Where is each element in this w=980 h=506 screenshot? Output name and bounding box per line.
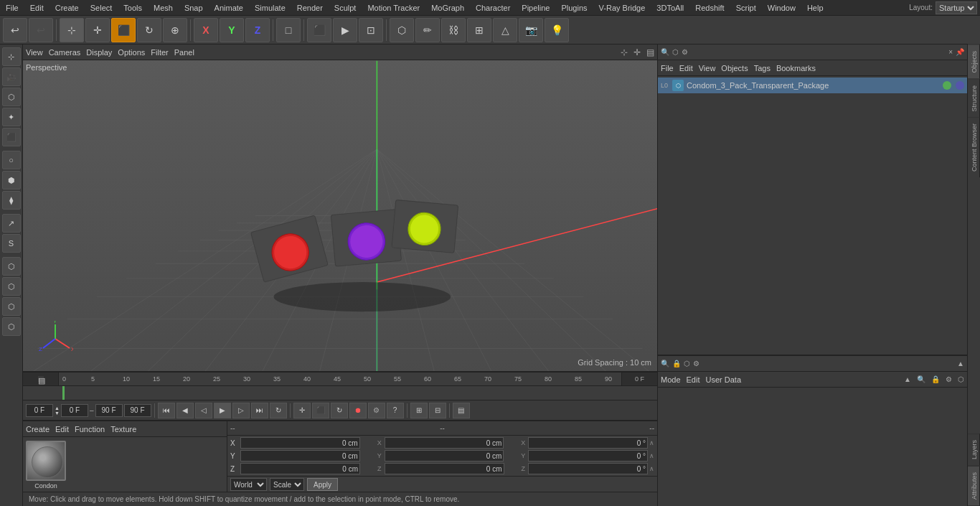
timeline-ruler[interactable]: ▤ 0 5 10 15 20 25 30 35 40 45: [23, 372, 657, 386]
pen-button[interactable]: ✏: [415, 18, 440, 42]
key-all-button[interactable]: ?: [387, 403, 404, 418]
y-rot-input[interactable]: [528, 450, 648, 462]
viewport-filter-menu[interactable]: Filter: [151, 48, 168, 57]
y-rot-spin2[interactable]: ∧: [649, 452, 654, 459]
x-axis-button[interactable]: X: [194, 18, 218, 42]
render-region-button[interactable]: ⬛: [307, 18, 331, 42]
viewport-cameras-menu[interactable]: Cameras: [49, 48, 81, 57]
frame-end-input[interactable]: [95, 404, 123, 417]
mode-btn-14[interactable]: ⬡: [2, 317, 21, 336]
play-button[interactable]: ▶: [214, 403, 231, 418]
frame-spin-up[interactable]: ▲: [55, 406, 60, 411]
viewport-icon-1[interactable]: ⊹: [621, 47, 628, 57]
obj-bookmarks-menu[interactable]: Bookmarks: [776, 64, 816, 72]
mat-texture-menu[interactable]: Texture: [110, 425, 136, 434]
menu-pipeline[interactable]: Pipeline: [516, 2, 555, 14]
mode-btn-8[interactable]: ⧫: [2, 191, 21, 210]
auto-key-button[interactable]: ⚙: [368, 403, 385, 418]
viewport-icon-2[interactable]: ✛: [633, 47, 641, 57]
close-icon[interactable]: ×: [948, 48, 953, 56]
viewport-canvas[interactable]: Perspective Grid Spacing : 10 cm X Y Z: [23, 60, 657, 371]
x-rot-input[interactable]: [528, 437, 648, 449]
apply-button[interactable]: Apply: [307, 478, 338, 491]
menu-create[interactable]: Create: [50, 2, 85, 14]
render-picture-button[interactable]: ▶: [333, 18, 357, 42]
tab-structure[interactable]: Structure: [968, 79, 980, 118]
menu-mograph[interactable]: MoGraph: [425, 2, 470, 14]
mode-btn-7[interactable]: ⬢: [2, 171, 21, 189]
mode-btn-13[interactable]: ⬡: [2, 297, 21, 316]
frame-current-input[interactable]: [26, 404, 53, 417]
light-button[interactable]: 💡: [545, 18, 569, 42]
tab-layers[interactable]: Layers: [968, 434, 980, 466]
x-size-input[interactable]: [385, 437, 504, 449]
z-rot-spin[interactable]: Z: [522, 465, 526, 472]
x-rot-spin2[interactable]: ∧: [649, 439, 654, 446]
tab-attributes[interactable]: Attributes: [968, 466, 980, 506]
menu-redshift[interactable]: Redshift: [689, 2, 730, 14]
obj-render-dot[interactable]: [956, 81, 964, 90]
attr-user-data-menu[interactable]: User Data: [706, 375, 742, 384]
viewport-options-menu[interactable]: Options: [118, 48, 145, 57]
prev-key-button[interactable]: ◁: [195, 403, 212, 418]
menu-character[interactable]: Character: [470, 2, 516, 14]
viewport-icon-3[interactable]: ▤: [646, 47, 654, 57]
menu-mesh[interactable]: Mesh: [148, 2, 179, 14]
attr-toolbar-icon-3[interactable]: 🔒: [931, 375, 940, 383]
loop-button[interactable]: ↻: [270, 403, 287, 418]
redo-button[interactable]: ↩: [29, 18, 53, 42]
mat-function-menu[interactable]: Function: [75, 425, 105, 434]
viewport-panel-menu[interactable]: Panel: [174, 48, 194, 57]
chain-button[interactable]: ⛓: [441, 18, 466, 42]
tab-objects[interactable]: Objects: [968, 44, 980, 79]
menu-simulate[interactable]: Simulate: [249, 2, 291, 14]
rotate-button[interactable]: ↻: [137, 18, 161, 42]
menu-snap[interactable]: Snap: [179, 2, 209, 14]
record-button[interactable]: ⏺: [349, 403, 367, 418]
object-row-1[interactable]: L0 ⬡ Condom_3_Pack_Transparent_Package: [658, 78, 967, 93]
attr-mode-menu[interactable]: Mode: [661, 375, 681, 384]
obj-objects-menu[interactable]: Objects: [721, 64, 748, 72]
mode-btn-2[interactable]: 🎥: [2, 67, 21, 86]
menu-plugins[interactable]: Plugins: [555, 2, 593, 14]
pin-icon[interactable]: 📌: [956, 48, 964, 56]
menu-render[interactable]: Render: [291, 2, 329, 14]
object-mode-button[interactable]: □: [276, 18, 301, 42]
mode-btn-9[interactable]: ↗: [2, 214, 21, 233]
tab-content-browser[interactable]: Content Browser: [968, 117, 980, 177]
render-active-button[interactable]: ⊡: [359, 18, 383, 42]
material-item-1[interactable]: Condon: [26, 441, 66, 489]
menu-script[interactable]: Script: [730, 2, 762, 14]
y-size-input[interactable]: [385, 450, 504, 462]
mode-btn-4[interactable]: ✦: [2, 108, 21, 126]
menu-tools[interactable]: Tools: [118, 2, 148, 14]
z-size-input[interactable]: [385, 463, 504, 474]
mat-edit-menu[interactable]: Edit: [55, 425, 69, 434]
y-spin[interactable]: Y: [377, 452, 382, 459]
prev-frame-button[interactable]: ◀: [176, 403, 194, 418]
viewport[interactable]: View Cameras Display Options Filter Pane…: [23, 44, 657, 371]
menu-window[interactable]: Window: [762, 2, 801, 14]
array-button[interactable]: ⊞: [467, 18, 491, 42]
y-rot-spin[interactable]: Y: [521, 452, 525, 459]
z-position-input[interactable]: [240, 463, 360, 474]
mat-create-menu[interactable]: Create: [26, 425, 50, 434]
z-rot-input[interactable]: [528, 463, 648, 474]
select-button[interactable]: ⊹: [60, 18, 84, 42]
obj-file-menu[interactable]: File: [661, 64, 674, 72]
obj-view-menu[interactable]: View: [699, 64, 716, 72]
menu-vray[interactable]: V-Ray Bridge: [593, 2, 651, 14]
mode-btn-12[interactable]: ⬡: [2, 277, 21, 296]
menu-help[interactable]: Help: [801, 2, 829, 14]
z-axis-button[interactable]: Z: [245, 18, 270, 42]
frame-spin-down[interactable]: ▼: [55, 411, 60, 416]
paint-button[interactable]: △: [493, 18, 517, 42]
cube-button[interactable]: ⬡: [390, 18, 414, 42]
move-tool-button[interactable]: ✛: [293, 403, 311, 418]
mode-btn-6[interactable]: ○: [2, 151, 21, 169]
timeline-bar[interactable]: [23, 386, 657, 400]
world-select[interactable]: World Object: [230, 478, 267, 491]
viewport-display-menu[interactable]: Display: [86, 48, 112, 57]
menu-animate[interactable]: Animate: [209, 2, 249, 14]
attr-edit-menu[interactable]: Edit: [687, 375, 700, 384]
